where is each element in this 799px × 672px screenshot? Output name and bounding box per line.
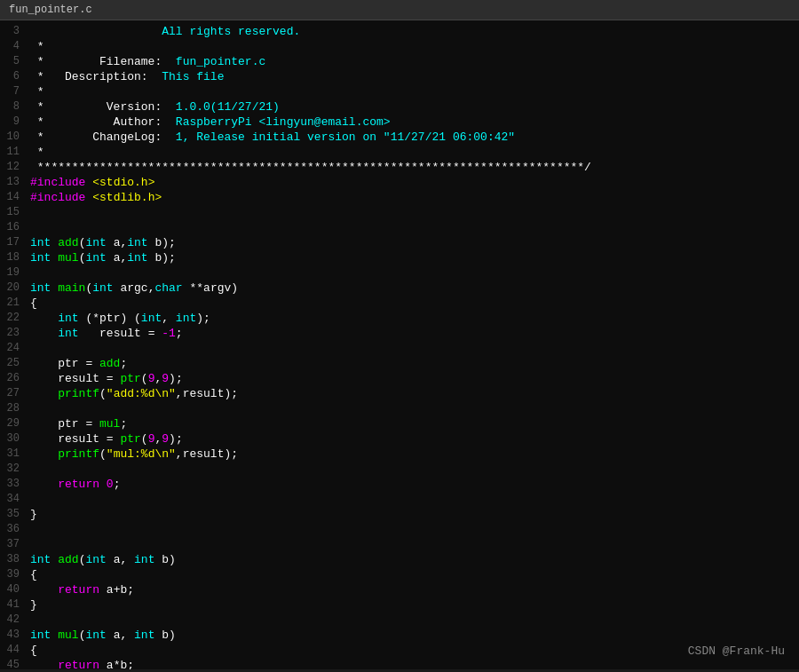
line-number: 34 — [0, 492, 27, 507]
line-number: 37 — [0, 537, 27, 552]
code-line: 22 int (*ptr) (int, int); — [0, 311, 799, 326]
line-code: * ChangeLog: 1, Release initial version … — [27, 130, 515, 145]
line-number: 16 — [0, 220, 27, 235]
line-number: 38 — [0, 552, 27, 567]
code-line: 20int main(int argc,char **argv) — [0, 281, 799, 296]
line-number: 25 — [0, 356, 27, 371]
line-code: result = ptr(9,9); — [27, 431, 183, 447]
line-code — [27, 613, 30, 628]
line-number: 30 — [0, 431, 27, 447]
line-number: 23 — [0, 326, 27, 341]
code-line: 8 * Version: 1.0.0(11/27/21) — [0, 99, 799, 115]
line-code: return 0; — [27, 477, 120, 492]
line-code: ptr = add; — [27, 356, 127, 371]
line-number: 10 — [0, 130, 27, 145]
line-number: 33 — [0, 477, 27, 492]
line-number: 5 — [0, 54, 27, 69]
line-number: 3 — [0, 24, 27, 39]
line-number: 40 — [0, 582, 27, 597]
code-line: 9 * Author: RaspberryPi <lingyun@email.c… — [0, 115, 799, 130]
line-code: int add(int a,int b); — [27, 235, 176, 250]
line-code: { — [27, 567, 37, 582]
line-number: 6 — [0, 69, 27, 84]
line-code — [27, 522, 30, 537]
code-line: 19 — [0, 265, 799, 281]
line-code: * Filename: fun_pointer.c — [27, 54, 265, 69]
code-line: 40 return a+b; — [0, 582, 799, 597]
code-line: 13#include <stdio.h> — [0, 175, 799, 190]
title-bar: fun_pointer.c — [0, 0, 799, 20]
line-number: 31 — [0, 447, 27, 462]
line-code — [27, 492, 30, 507]
line-code: * Version: 1.0.0(11/27/21) — [27, 99, 280, 115]
code-line: 15 — [0, 205, 799, 220]
line-number: 39 — [0, 567, 27, 582]
code-line: 12 *************************************… — [0, 160, 799, 175]
line-code: * Description: This file — [27, 69, 224, 84]
line-number: 17 — [0, 235, 27, 250]
code-line: 31 printf("mul:%d\n",result); — [0, 447, 799, 462]
line-code — [27, 537, 30, 552]
code-line: 3 All rights reserved. — [0, 24, 799, 39]
line-code: return a+b; — [27, 582, 134, 597]
code-line: 38int add(int a, int b) — [0, 552, 799, 567]
line-number: 36 — [0, 522, 27, 537]
code-line: 10 * ChangeLog: 1, Release initial versi… — [0, 130, 799, 145]
code-line: 29 ptr = mul; — [0, 416, 799, 431]
code-line: 23 int result = -1; — [0, 326, 799, 341]
code-line: 35} — [0, 507, 799, 522]
line-number: 18 — [0, 250, 27, 265]
watermark: CSDN @Frank-Hu — [688, 644, 785, 658]
line-number: 28 — [0, 401, 27, 416]
code-line: 43int mul(int a, int b) — [0, 628, 799, 643]
code-line: 21{ — [0, 296, 799, 311]
line-code — [27, 220, 30, 235]
line-number: 15 — [0, 205, 27, 220]
line-number: 20 — [0, 281, 27, 296]
code-line: 27 printf("add:%d\n",result); — [0, 386, 799, 401]
line-number: 4 — [0, 39, 27, 54]
line-code: * Author: RaspberryPi <lingyun@email.com… — [27, 115, 391, 130]
code-line: 36 — [0, 522, 799, 537]
code-line: 41} — [0, 597, 799, 613]
code-line: 14#include <stdlib.h> — [0, 190, 799, 205]
line-number: 42 — [0, 613, 27, 628]
line-number: 7 — [0, 84, 27, 99]
line-number: 35 — [0, 507, 27, 522]
line-code: int main(int argc,char **argv) — [27, 281, 238, 296]
line-number: 27 — [0, 386, 27, 401]
line-code: } — [27, 597, 37, 613]
code-line: 39{ — [0, 567, 799, 582]
line-code — [27, 265, 30, 281]
line-number: 26 — [0, 371, 27, 386]
code-line: 25 ptr = add; — [0, 356, 799, 371]
line-code: printf("add:%d\n",result); — [27, 386, 238, 401]
line-number: 21 — [0, 296, 27, 311]
code-line: 28 — [0, 401, 799, 416]
line-code: int result = -1; — [27, 326, 183, 341]
code-line: 34 — [0, 492, 799, 507]
code-line: 33 return 0; — [0, 477, 799, 492]
line-number: 8 — [0, 99, 27, 115]
code-line: 6 * Description: This file — [0, 69, 799, 84]
line-code: { — [27, 296, 37, 311]
code-line: 45 return a*b; — [0, 658, 799, 669]
file-title: fun_pointer.c — [9, 4, 92, 16]
line-number: 13 — [0, 175, 27, 190]
line-code: int add(int a, int b) — [27, 552, 176, 567]
code-line: 42 — [0, 613, 799, 628]
line-code: #include <stdio.h> — [27, 175, 154, 190]
line-code: int (*ptr) (int, int); — [27, 311, 210, 326]
code-line: 4 * — [0, 39, 799, 54]
line-code: return a*b; — [27, 658, 134, 669]
code-area: 3 All rights reserved.4 *5 * Filename: f… — [0, 20, 799, 669]
line-code — [27, 462, 30, 477]
code-line: 7 * — [0, 84, 799, 99]
code-line: 32 — [0, 462, 799, 477]
line-code — [27, 401, 30, 416]
line-number: 43 — [0, 628, 27, 643]
line-number: 14 — [0, 190, 27, 205]
line-code: } — [27, 507, 37, 522]
line-number: 45 — [0, 658, 27, 669]
code-line: 16 — [0, 220, 799, 235]
